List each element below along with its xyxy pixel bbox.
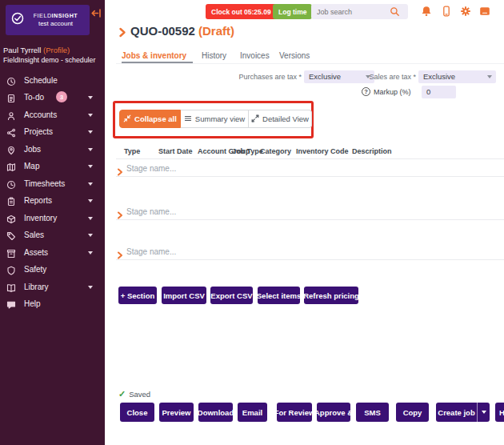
check-icon: ✓	[118, 389, 126, 399]
circle-question-icon[interactable]: ?	[362, 87, 370, 96]
sidebar-item-label: Help	[24, 299, 41, 308]
fieldinsight-logo-icon	[10, 10, 26, 30]
sidebar-item-projects[interactable]: Projects	[0, 125, 105, 138]
for-review-button[interactable]: For Review	[277, 403, 312, 422]
log-time-button[interactable]: Log time	[273, 4, 312, 19]
help-icon	[6, 299, 16, 308]
job-search-input[interactable]	[311, 8, 388, 16]
tab-history[interactable]: History	[202, 51, 226, 60]
tab-invoices[interactable]: Invoices	[240, 51, 270, 60]
profile-link[interactable]: (Profile)	[43, 46, 70, 54]
sidebar-item-accounts[interactable]: Accounts	[0, 108, 105, 122]
reports-icon	[6, 195, 16, 205]
map-icon	[6, 161, 16, 170]
sidebar-item-label: Timesheets	[24, 179, 65, 188]
col-header-inventory-code: Inventory Code	[296, 147, 349, 155]
refresh-pricing-button[interactable]: Refresh pricing	[304, 287, 358, 304]
email-button[interactable]: Email	[238, 403, 267, 422]
sidebar-item-label: Sales	[24, 231, 44, 239]
sidebar-item-label: Jobs	[24, 145, 41, 154]
sidebar-item-reports[interactable]: Reports	[0, 194, 105, 207]
col-header-start-date: Start Date	[158, 147, 193, 155]
todo-count-badge: 3	[56, 91, 67, 102]
chevron-down-icon	[88, 96, 93, 99]
sms-button[interactable]: SMS	[356, 403, 389, 422]
col-header-category: Category	[260, 147, 291, 155]
sidebar-item-schedule[interactable]: Schedule	[0, 74, 105, 87]
sales-tax-select[interactable]: Exclusive	[418, 70, 496, 83]
stage-row[interactable]: Stage name...	[116, 206, 504, 218]
bell-icon[interactable]	[421, 6, 432, 17]
copy-button[interactable]: Copy	[396, 403, 429, 422]
export-csv-button[interactable]: Export CSV	[210, 287, 253, 304]
close-button[interactable]: Close	[120, 403, 154, 422]
sidebar-item-inventory[interactable]: Inventory	[0, 211, 105, 225]
sidebar-item-map[interactable]: Map	[0, 159, 105, 173]
partial-edge-button[interactable]: H	[495, 403, 504, 422]
detailed-view-button[interactable]: Detailed View	[249, 110, 312, 128]
phone-icon[interactable]	[441, 6, 452, 17]
stage-row[interactable]: Stage name...	[116, 246, 504, 259]
timesheets-icon	[6, 178, 16, 188]
inventory-icon	[6, 213, 16, 222]
chevron-down-icon	[88, 217, 93, 220]
row-divider	[116, 176, 504, 177]
sidebar-item-library[interactable]: Library	[0, 280, 105, 294]
sidebar-item-todo[interactable]: To-do 3	[0, 90, 105, 104]
chevron-down-icon	[487, 75, 492, 78]
clock-out-button[interactable]: Clock out 05:25.09	[206, 4, 277, 19]
projects-icon	[6, 126, 16, 136]
sidebar-item-assets[interactable]: Assets	[0, 246, 105, 259]
expand-icon	[251, 114, 259, 124]
sales-tax-label: Sales are tax *	[364, 70, 416, 83]
approve-button[interactable]: Approve &	[317, 403, 350, 422]
safety-icon	[6, 264, 16, 274]
import-csv-button[interactable]: Import CSV	[162, 287, 206, 304]
sidebar-item-timesheets[interactable]: Timesheets	[0, 177, 105, 190]
chevron-right-icon	[117, 165, 123, 179]
chevron-down-icon	[88, 114, 93, 117]
download-button[interactable]: Download	[198, 403, 233, 422]
collapse-icon	[123, 114, 131, 124]
sidebar-item-sales[interactable]: Sales	[0, 228, 105, 242]
summary-icon	[184, 114, 192, 124]
row-divider	[116, 259, 504, 260]
markup-label: Markup (%)	[374, 86, 411, 98]
logo-text: FIELDINSIGHT test account	[26, 13, 86, 26]
title-chevron-icon[interactable]	[118, 26, 126, 41]
markup-input[interactable]: 0	[422, 86, 456, 98]
sidebar: FIELDINSIGHT test account Paul Tyrrell (…	[0, 0, 105, 445]
sidebar-item-label: Reports	[24, 196, 52, 205]
chevron-down-icon	[88, 130, 93, 134]
tab-bar-divider	[116, 63, 504, 64]
tab-jobs-inventory[interactable]: Jobs & inventory	[122, 51, 186, 60]
user-name: Paul Tyrrell (Profile)	[3, 46, 70, 54]
chevron-right-icon	[117, 248, 123, 263]
sidebar-item-jobs[interactable]: Jobs	[0, 142, 105, 156]
sidebar-item-label: Assets	[24, 248, 48, 257]
chevron-down-icon	[88, 199, 93, 202]
create-job-button[interactable]: Create job	[436, 403, 477, 422]
tab-versions[interactable]: Versions	[279, 51, 310, 60]
sidebar-item-help[interactable]: Help	[0, 297, 105, 311]
preview-button[interactable]: Preview	[159, 403, 194, 422]
add-section-button[interactable]: + Section	[118, 287, 157, 304]
sidebar-item-label: Inventory	[24, 214, 57, 222]
collapse-all-button[interactable]: Collapse all	[119, 110, 181, 128]
sidebar-item-safety[interactable]: Safety	[0, 263, 105, 276]
search-icon[interactable]	[390, 6, 400, 17]
summary-view-button[interactable]: Summary view	[181, 110, 249, 128]
todo-icon	[6, 92, 16, 102]
stage-row[interactable]: Stage name...	[116, 162, 504, 175]
status-badge: (Draft)	[198, 24, 234, 38]
collapse-sidebar-icon[interactable]	[91, 7, 102, 22]
logo[interactable]: FIELDINSIGHT test account	[6, 5, 90, 35]
select-items-button[interactable]: Select items	[258, 287, 300, 304]
job-search	[311, 4, 408, 19]
monitor-icon[interactable]	[479, 6, 490, 17]
create-job-caret-button[interactable]	[477, 403, 490, 422]
sidebar-item-label: Library	[24, 283, 49, 291]
chevron-down-icon	[88, 182, 93, 186]
sidebar-item-label: To-do	[24, 93, 44, 102]
gear-icon[interactable]	[460, 6, 471, 17]
